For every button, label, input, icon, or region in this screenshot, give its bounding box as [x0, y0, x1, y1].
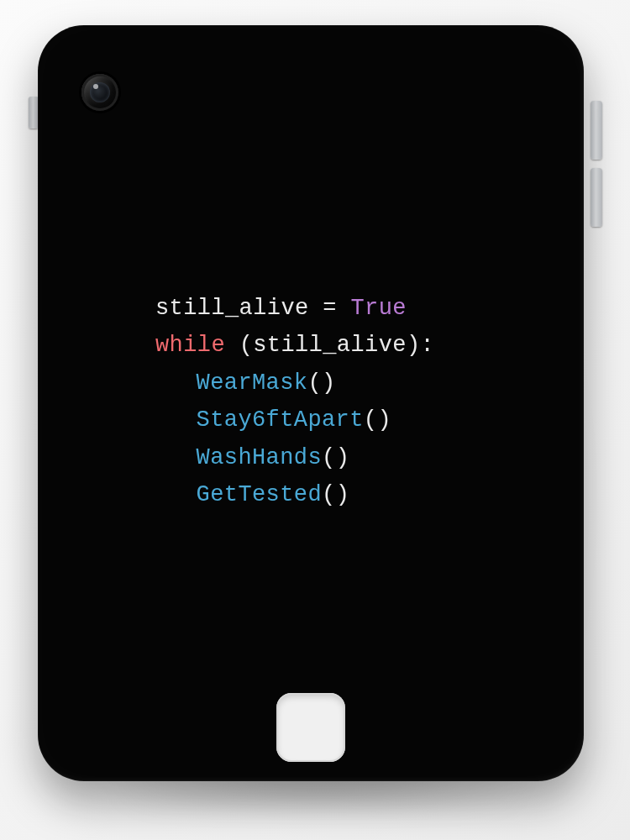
- function-name: WashHands: [197, 445, 322, 470]
- code-line: Stay6ftApart(): [155, 402, 584, 439]
- function-name: Stay6ftApart: [197, 407, 364, 433]
- code-line: WashHands(): [155, 439, 584, 477]
- paren-close: ): [407, 333, 421, 358]
- side-button: [591, 101, 602, 160]
- variable: still_alive: [253, 333, 407, 358]
- parentheses: (): [307, 370, 335, 396]
- home-button-cutout-icon: [276, 693, 345, 762]
- parentheses: (): [322, 445, 349, 470]
- code-line: WearMask(): [155, 365, 584, 402]
- colon: :: [420, 333, 434, 358]
- variable: still_alive: [155, 296, 309, 321]
- constant: True: [350, 296, 406, 321]
- code-snippet: still_alive = True while (still_alive): …: [38, 252, 584, 589]
- parentheses: (): [364, 407, 391, 433]
- operator: =: [309, 296, 351, 321]
- tablet-case: still_alive = True while (still_alive): …: [38, 25, 584, 781]
- space: [225, 333, 239, 358]
- camera-cutout-icon: [81, 74, 118, 111]
- function-name: WearMask: [197, 370, 308, 396]
- code-line: GetTested(): [155, 476, 584, 514]
- parentheses: (): [322, 482, 349, 507]
- product-photo: still_alive = True while (still_alive): …: [0, 0, 630, 840]
- side-button: [591, 168, 602, 227]
- code-line: still_alive = True: [155, 296, 407, 321]
- function-name: GetTested: [197, 482, 322, 507]
- code-line: while (still_alive):: [155, 333, 434, 358]
- keyword: while: [155, 333, 225, 358]
- paren-open: (: [239, 333, 254, 358]
